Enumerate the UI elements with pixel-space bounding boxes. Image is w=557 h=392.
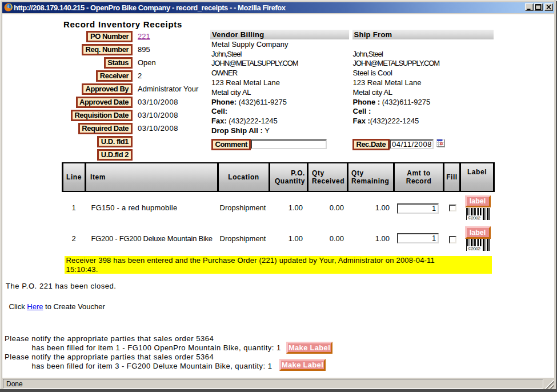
svg-text:©2002: ©2002: [468, 246, 481, 251]
svg-text:©2002: ©2002: [468, 215, 481, 220]
